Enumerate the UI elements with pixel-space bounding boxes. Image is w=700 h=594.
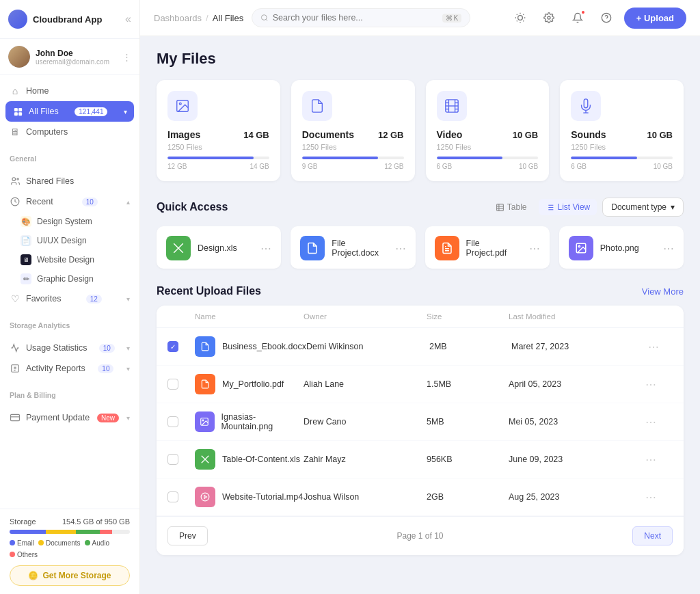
row-more-button[interactable]: ⋯ [645,378,673,391]
chevron-down-icon: ▾ [126,365,130,373]
row-checkbox[interactable] [167,379,195,390]
favorites-icon: ♡ [10,293,21,304]
settings-button[interactable] [538,7,560,29]
sidebar-item-usage-statistics[interactable]: Usage Statistics 10 ▾ [0,338,139,358]
get-more-storage-button[interactable]: 🪙 Get More Storage [10,565,130,586]
chevron-down-icon: ▾ [671,202,675,212]
file-name: Table-Of-Content.xls [222,455,300,464]
upload-button[interactable]: + Upload [624,8,686,29]
col-modified: Last Modified [509,312,645,321]
quick-file-more-button[interactable]: ⋯ [260,242,271,255]
sidebar-item-label: Recent [26,197,53,206]
sidebar-item-graphic-design[interactable]: ✏ Graphic Design [0,269,139,288]
sidebar-item-recent[interactable]: Recent 10 ▴ [0,191,139,212]
sidebar-item-all-files[interactable]: All Files 121,441 ▾ [5,101,134,122]
documents-count: 1250 Files [302,143,404,151]
activity-icon [10,363,21,374]
svg-rect-0 [14,107,17,111]
user-more-button[interactable]: ⋮ [122,52,131,62]
logo-left: Cloudbrand App [8,10,102,29]
file-type-icon [195,336,215,357]
sidebar-item-favorites[interactable]: ♡ Favorites 12 ▾ [0,288,139,309]
row-more-button[interactable]: ⋯ [645,416,673,429]
list-view-button[interactable]: List View [539,199,597,215]
checkbox-checked[interactable]: ✓ [167,341,178,352]
topbar: Dashboards / All Files ⌘K + Upload [140,0,700,36]
quick-file-project-docx[interactable]: File Project.docx ⋯ [291,226,415,269]
sidebar-item-label: Computers [26,127,68,137]
svg-point-24 [548,16,550,19]
sidebar-item-website-design[interactable]: 🖥 Website Design [0,250,139,269]
sounds-icon [571,91,601,121]
images-range-high: 14 GB [250,163,269,170]
images-size: 14 GB [243,130,269,140]
ellipsis-icon: ⋯ [645,416,656,428]
quick-file-name: Design.xls [198,243,254,253]
search-bar[interactable]: ⌘K [252,8,470,27]
pagination: Prev Page 1 of 10 Next [157,516,684,555]
sidebar-logo: Cloudbrand App « [0,0,139,39]
sidebar-item-payment-update[interactable]: Payment Update New ▾ [0,407,139,428]
table-row: ✓ Business_Ebook.docx Demi Wikinson 2MB … [157,328,684,366]
row-checkbox[interactable]: ✓ [167,341,195,352]
legend-email: Email [10,539,34,547]
sidebar-sub-label: Graphic Design [37,274,94,284]
sidebar-sub-label: Website Design [37,255,94,265]
xls-icon [166,236,191,260]
document-type-dropdown[interactable]: Document type ▾ [602,198,684,217]
checkbox-unchecked[interactable] [167,491,178,502]
sidebar-item-design-system[interactable]: 🎨 Design System [0,212,139,231]
file-name: Business_Ebook.docx [222,342,306,351]
row-checkbox[interactable] [167,491,195,502]
brightness-button[interactable] [509,7,531,29]
graphic-design-icon: ✏ [21,273,31,284]
row-name-cell: Website-Tutorial.mp4 [195,487,304,507]
svg-point-4 [12,178,16,181]
row-checkbox[interactable] [167,454,195,465]
checkbox-unchecked[interactable] [167,454,178,465]
get-storage-label: Get More Storage [42,571,111,580]
file-name: Website-Tutorial.mp4 [222,492,303,502]
sidebar: Cloudbrand App « John Doe useremail@doma… [0,0,140,594]
view-more-link[interactable]: View More [642,286,684,297]
quick-file-photo-png[interactable]: Photo.png ⋯ [559,226,684,269]
row-checkbox[interactable] [167,416,195,427]
quick-file-more-button[interactable]: ⋯ [663,242,674,255]
collapse-button[interactable]: « [125,13,131,25]
quick-file-name: File Project.docx [332,239,388,258]
quick-file-design-xls[interactable]: Design.xls ⋯ [157,226,281,269]
row-size: 5MB [427,417,509,427]
sidebar-item-computers[interactable]: 🖥 Computers [0,122,139,142]
checkbox-unchecked[interactable] [167,379,178,390]
next-button[interactable]: Next [632,526,673,545]
favorites-badge: 12 [86,295,102,303]
table-view-button[interactable]: Table [489,199,534,215]
payment-icon [10,412,21,423]
row-size: 2GB [427,492,509,502]
col-actions [645,312,673,321]
breadcrumb-root[interactable]: Dashboards [154,13,202,23]
ellipsis-icon: ⋯ [645,379,656,390]
topbar-icons: + Upload [509,7,686,29]
row-modified: Mei 05, 2023 [509,417,645,427]
search-input[interactable] [273,13,438,23]
file-name: Ignasias-Mountain.png [221,412,304,431]
checkbox-unchecked[interactable] [167,416,178,427]
help-button[interactable] [595,7,617,29]
ellipsis-icon: ⋯ [648,341,659,353]
notifications-button[interactable] [567,7,589,29]
row-more-button[interactable]: ⋯ [645,453,673,466]
sidebar-item-shared-files[interactable]: Shared Files [0,171,139,191]
col-size: Size [427,312,509,321]
sidebar-item-ui-ux[interactable]: 📄 UI/UX Design [0,231,139,250]
sidebar-item-home[interactable]: ⌂ Home [0,81,139,101]
row-more-button[interactable]: ⋯ [645,491,673,504]
prev-button[interactable]: Prev [167,526,208,545]
pdf-icon [435,236,459,260]
quick-file-more-button[interactable]: ⋯ [529,242,540,255]
sidebar-item-activity-reports[interactable]: Activity Reports 10 ▾ [0,358,139,379]
quick-file-more-button[interactable]: ⋯ [395,242,406,255]
sounds-size: 10 GB [647,130,673,140]
row-more-button[interactable]: ⋯ [648,340,675,353]
quick-file-project-pdf[interactable]: File Project.pdf ⋯ [425,226,550,269]
